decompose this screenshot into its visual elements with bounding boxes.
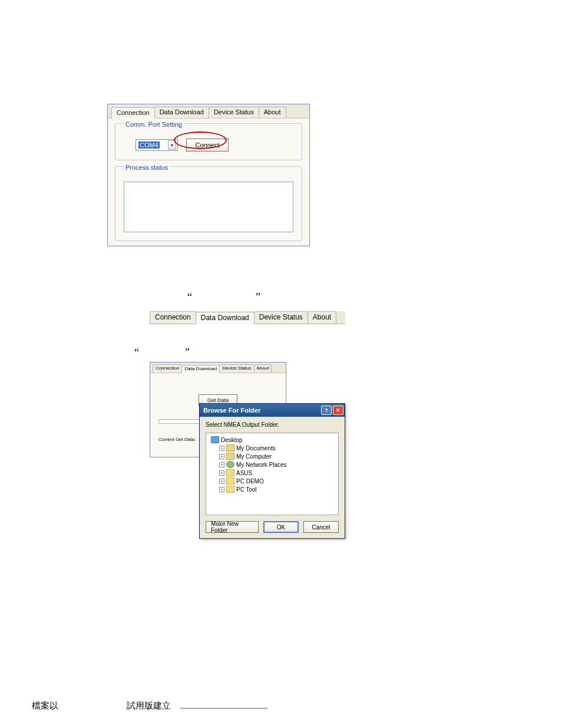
expand-icon[interactable]: +: [219, 446, 224, 451]
com-port-value: COM4: [138, 141, 160, 149]
folder-tree[interactable]: Desktop + My Documents + My Computer + M…: [206, 433, 339, 515]
tree-item[interactable]: + My Computer: [209, 452, 336, 460]
tree-label: My Computer: [236, 453, 272, 460]
tab2-device-status[interactable]: Device Status: [254, 311, 308, 324]
port-row: COM4 ▼ Connect: [124, 139, 293, 151]
process-status-box: [124, 182, 293, 232]
tab-about[interactable]: About: [259, 107, 286, 118]
quote-mark-left-1: “: [187, 291, 192, 304]
tree-item[interactable]: + PC DEMO: [209, 477, 336, 485]
tab3-device-status[interactable]: Device Status: [219, 364, 254, 373]
dialog-buttons: Make New Folder OK Cancel: [206, 521, 339, 533]
dropdown-icon[interactable]: ▼: [168, 140, 176, 150]
expand-icon[interactable]: +: [219, 479, 224, 484]
quote-mark-right-1: ”: [256, 291, 260, 304]
desktop-icon: [211, 436, 219, 443]
make-new-folder-button[interactable]: Make New Folder: [206, 521, 259, 533]
help-icon[interactable]: ?: [321, 406, 332, 415]
connect-button[interactable]: Connect: [186, 139, 229, 151]
tab3-data-download[interactable]: Data Download: [181, 365, 220, 373]
process-status-legend: Process status: [124, 164, 170, 171]
tree-label: Desktop: [221, 437, 243, 443]
footer-part-1: 檔案以: [32, 700, 58, 711]
expand-icon[interactable]: +: [219, 462, 224, 467]
tab3-connection[interactable]: Connection: [153, 364, 182, 373]
comm-port-setting-group: Comm. Port Setting COM4 ▼ Connect: [115, 123, 302, 160]
expand-icon[interactable]: +: [219, 454, 224, 459]
tree-desktop[interactable]: Desktop: [209, 436, 336, 444]
tab2-data-download[interactable]: Data Download: [196, 312, 254, 324]
tree-label: ASUS: [236, 470, 252, 476]
tree-item[interactable]: + PC Tool: [209, 485, 336, 493]
tabs3: Connection Data Download Device Status A…: [150, 363, 286, 373]
tab3-about[interactable]: About: [254, 364, 272, 373]
ok-button[interactable]: OK: [263, 521, 299, 533]
tab2-about[interactable]: About: [308, 311, 336, 324]
comm-port-setting-legend: Comm. Port Setting: [124, 121, 184, 128]
process-status-group: Process status: [115, 166, 302, 241]
network-icon: [226, 461, 234, 468]
browse-for-folder-dialog: Browse For Folder ? ✕ Select NMEA Output…: [199, 403, 345, 539]
tree-item[interactable]: + My Network Places: [209, 460, 336, 469]
folder-icon: [226, 477, 234, 485]
tab-data-download[interactable]: Data Download: [154, 107, 209, 118]
tree-item[interactable]: + ASUS: [209, 469, 336, 477]
connection-body: Comm. Port Setting COM4 ▼ Connect Proces…: [108, 118, 309, 243]
tree-label: My Network Places: [236, 462, 287, 468]
dialog-body: Select NMEA Output Folder. Desktop + My …: [200, 417, 345, 538]
cancel-button[interactable]: Cancel: [303, 521, 339, 533]
tab-strip: Connection Data Download Device Status A…: [150, 311, 345, 324]
footer-part-2: 試用版建立: [127, 700, 171, 711]
connection-panel: Connection Data Download Device Status A…: [107, 104, 310, 246]
quote-mark-right-2: ”: [185, 347, 190, 359]
footer-text: 檔案以 試用版建立: [32, 700, 267, 711]
tab-device-status[interactable]: Device Status: [209, 107, 259, 118]
dialog-title: Browse For Folder: [203, 407, 260, 414]
footer-underline: [180, 708, 267, 709]
folder-icon: [226, 469, 234, 476]
computer-icon: [226, 453, 234, 460]
tree-label: PC DEMO: [236, 478, 264, 485]
tree-item[interactable]: + My Documents: [209, 444, 336, 452]
tab-connection[interactable]: Connection: [111, 107, 155, 118]
close-icon[interactable]: ✕: [333, 406, 343, 415]
tab2-connection[interactable]: Connection: [150, 311, 196, 324]
data-download-shot: Connection Data Download Device Status A…: [150, 362, 356, 545]
folder-icon: [226, 444, 234, 452]
dialog-message: Select NMEA Output Folder.: [206, 421, 339, 428]
current-get-data-label: Current Get Data:: [158, 437, 196, 442]
expand-icon[interactable]: +: [219, 487, 224, 492]
expand-icon[interactable]: +: [219, 470, 224, 476]
tree-label: PC Tool: [236, 486, 257, 493]
dialog-titlebar[interactable]: Browse For Folder ? ✕: [200, 404, 345, 417]
com-port-select[interactable]: COM4 ▼: [135, 139, 178, 151]
quote-mark-left-2: “: [134, 347, 139, 359]
tree-label: My Documents: [236, 445, 276, 452]
folder-icon: [226, 486, 234, 493]
tabs-connection-panel: Connection Data Download Device Status A…: [108, 104, 309, 118]
